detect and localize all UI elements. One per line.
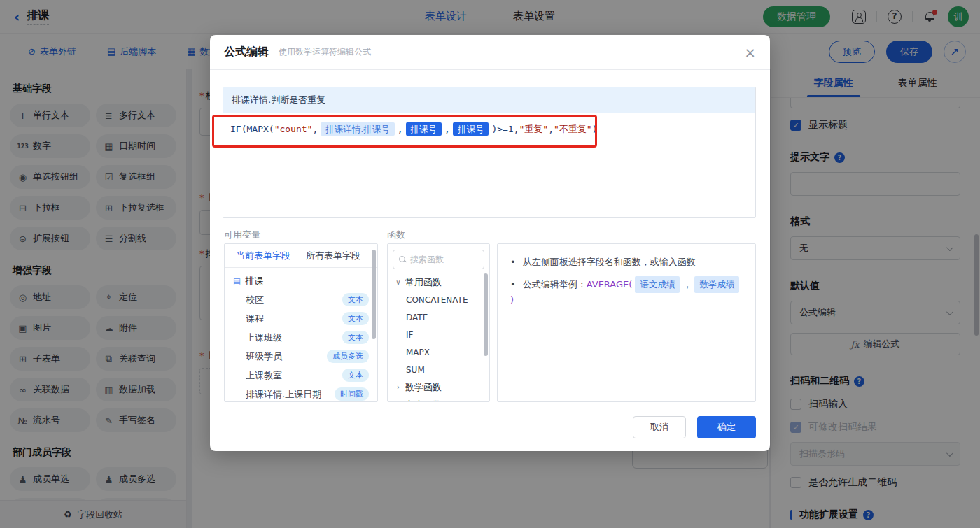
formula-token: , [312, 124, 318, 134]
app-root: ‹ 排课 表单设计 表单设置 数据管理 ? 训 ⊘表单外链▤后端脚本▦数据权 预… [0, 0, 980, 528]
variable-item[interactable]: 校区文本 [225, 290, 377, 309]
variable-item[interactable]: 上课班级文本 [225, 328, 377, 347]
variable-label: 班级学员 [246, 350, 324, 363]
cancel-button[interactable]: 取消 [633, 416, 686, 438]
variable-item[interactable]: 课程文本 [225, 309, 377, 328]
tip-line: •从左侧面板选择字段名和函数，或输入函数 [510, 255, 743, 269]
tip-text: ) [510, 293, 514, 307]
variables-title: 可用变量 [224, 229, 260, 241]
formula-token: "重复" [519, 124, 549, 134]
variable-label: 上课班级 [246, 331, 340, 344]
formula-input-area[interactable]: IF(MAPX("count",排课详情.排课号,排课号,排课号)>=1,"重复… [223, 113, 755, 217]
modal-subtitle: 使用数学运算符编辑公式 [279, 46, 371, 58]
function-group-label: 数学函数 [405, 381, 442, 394]
field-chip[interactable]: 排课详情.排课号 [321, 122, 394, 136]
function-item[interactable]: IF [388, 326, 489, 343]
formula-token: , [444, 124, 450, 134]
formula-token: "count" [274, 124, 313, 134]
function-search-input[interactable]: 搜索函数 [393, 250, 484, 269]
tab-all-form-fields[interactable]: 所有表单字段 [306, 250, 360, 262]
chevron-right-icon: › [395, 401, 402, 402]
tip-text: ， [682, 278, 692, 292]
form-doc-icon: ▤ [233, 276, 241, 286]
function-group-label: 常用函数 [405, 276, 442, 289]
field-type-badge: 时间戳 [335, 387, 369, 401]
functions-panel: 搜索函数 ∨常用函数CONCATENATEDATEIFMAPXSUM›数学函数›… [387, 243, 490, 402]
variable-item[interactable]: 排课详情.上课日期时间戳 [225, 385, 377, 402]
bullet: • [510, 255, 516, 269]
functions-list: ∨常用函数CONCATENATEDATEIFMAPXSUM›数学函数›文本函数 [388, 273, 489, 402]
variable-label: 上课教室 [246, 369, 340, 382]
field-type-badge: 文本 [342, 293, 369, 306]
search-placeholder: 搜索函数 [410, 254, 444, 266]
formula-line: IF(MAPX("count",排课详情.排课号,排课号,排课号)>=1,"重复… [230, 121, 748, 138]
modal-title: 公式编辑 [224, 45, 269, 59]
functions-title: 函数 [387, 229, 405, 241]
formula-editor-modal: 公式编辑 使用数学运算符编辑公式 × 排课详情.判断是否重复 = IF(MAPX… [210, 35, 770, 451]
chevron-right-icon: › [395, 383, 402, 391]
variable-label: 课程 [246, 313, 340, 325]
formula-token: , [548, 124, 554, 134]
formula-token: "不重复" [554, 124, 592, 134]
bullet: • [510, 278, 516, 292]
field-type-badge: 文本 [342, 369, 369, 382]
example-field-chip[interactable]: 语文成绩 [635, 276, 680, 293]
variable-item[interactable]: 班级学员成员多选 [225, 347, 377, 366]
function-group[interactable]: ›数学函数 [388, 378, 489, 396]
formula-token: )>=1, [491, 124, 519, 134]
function-item[interactable]: CONCATENATE [388, 291, 489, 308]
formula-token: , [398, 124, 403, 134]
scrollbar-thumb[interactable] [484, 273, 488, 356]
formula-token: IF(MAPX( [230, 124, 274, 134]
function-item[interactable]: DATE [388, 308, 489, 326]
tab-current-form-fields[interactable]: 当前表单字段 [236, 250, 290, 262]
field-chip[interactable]: 排课号 [453, 122, 489, 136]
function-group[interactable]: ∨常用函数 [388, 273, 489, 291]
chevron-down-icon: ∨ [395, 278, 402, 286]
example-field-chip[interactable]: 数学成绩 [694, 276, 739, 293]
formula-token: ) [592, 124, 598, 134]
field-type-badge: 文本 [342, 312, 369, 325]
variables-list: ▤排课校区文本课程文本上课班级文本班级学员成员多选上课教室文本排课详情.上课日期… [225, 268, 377, 402]
variable-label: 排课详情.上课日期 [246, 388, 332, 401]
tip-text: 从左侧面板选择字段名和函数，或输入函数 [523, 255, 696, 269]
function-item[interactable]: MAPX [388, 343, 489, 361]
search-icon [399, 256, 406, 263]
variable-root[interactable]: ▤排课 [225, 271, 377, 290]
variable-root-label: 排课 [245, 275, 263, 287]
scrollbar-thumb[interactable] [372, 250, 376, 339]
function-item[interactable]: SUM [388, 361, 489, 378]
variable-item[interactable]: 上课教室文本 [225, 366, 377, 385]
tip-text: AVERAGE( [587, 278, 633, 292]
formula-tips: •从左侧面板选择字段名和函数，或输入函数•公式编辑举例：AVERAGE(语文成绩… [497, 243, 756, 402]
field-type-badge: 文本 [342, 331, 369, 344]
field-chip[interactable]: 排课号 [406, 122, 442, 136]
formula-target: 排课详情.判断是否重复 = [223, 87, 755, 113]
tip-text: 公式编辑举例： [523, 278, 587, 292]
function-group-label: 文本函数 [405, 399, 442, 403]
formula-editor: 排课详情.判断是否重复 = IF(MAPX("count",排课详情.排课号,排… [223, 87, 756, 218]
confirm-button[interactable]: 确定 [697, 416, 756, 438]
variable-label: 校区 [246, 294, 340, 306]
tip-line: •公式编辑举例：AVERAGE(语文成绩，数学成绩) [510, 276, 743, 307]
close-icon[interactable]: × [744, 45, 756, 59]
field-type-badge: 成员多选 [327, 350, 369, 363]
function-group[interactable]: ›文本函数 [388, 396, 489, 402]
variables-panel: 当前表单字段 所有表单字段 ▤排课校区文本课程文本上课班级文本班级学员成员多选上… [224, 243, 378, 402]
